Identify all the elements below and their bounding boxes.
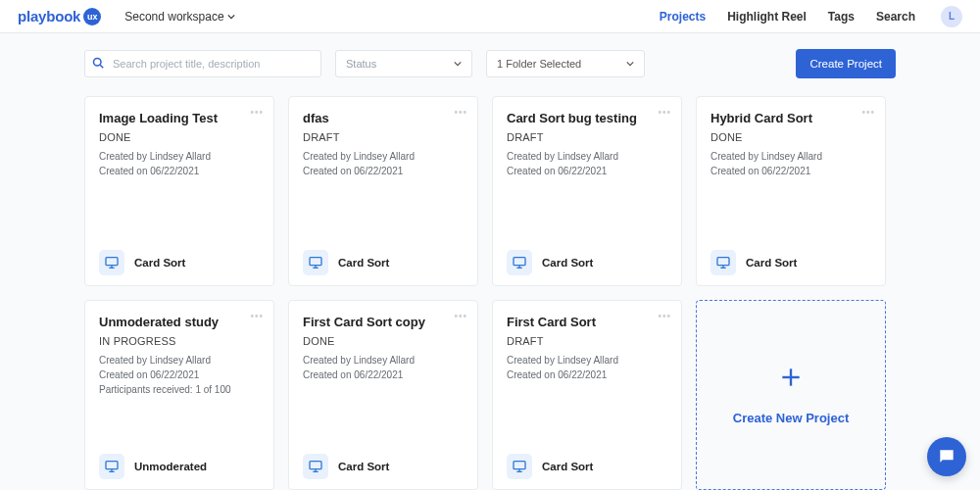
brand-name: playbook	[18, 8, 80, 24]
folder-select[interactable]: 1 Folder Selected	[486, 50, 645, 77]
projects-grid: •••Image Loading TestDONECreated by Lind…	[84, 96, 896, 490]
create-project-button[interactable]: Create Project	[796, 49, 896, 78]
created-by: Created by Lindsey Allard	[507, 149, 667, 164]
project-meta: Created by Lindsey AllardCreated on 06/2…	[303, 353, 464, 382]
project-meta: Created by Lindsey AllardCreated on 06/2…	[99, 353, 260, 397]
project-status: DONE	[303, 335, 464, 347]
chevron-down-icon	[454, 60, 462, 68]
search-input[interactable]	[84, 50, 321, 77]
chevron-down-icon	[227, 13, 235, 21]
card-footer: Card Sort	[710, 250, 871, 275]
chat-fab[interactable]	[927, 437, 966, 476]
chevron-down-icon	[626, 60, 634, 68]
plus-icon	[778, 365, 804, 393]
nav-projects[interactable]: Projects	[660, 10, 706, 24]
chat-icon	[937, 447, 956, 466]
status-select[interactable]: Status	[335, 50, 472, 77]
user-avatar[interactable]: L	[941, 6, 962, 27]
workspace-label: Second workspace	[124, 10, 223, 24]
project-type: Card Sort	[338, 461, 389, 472]
svg-rect-17	[310, 462, 321, 469]
project-type: Card Sort	[542, 461, 593, 472]
card-footer: Card Sort	[303, 454, 464, 479]
monitor-icon	[303, 250, 328, 275]
project-status: IN PROGRESS	[99, 335, 260, 347]
card-menu-icon[interactable]: •••	[454, 311, 467, 321]
nav-right: Projects Highlight Reel Tags Search L	[660, 6, 962, 27]
svg-rect-8	[514, 258, 525, 266]
project-card[interactable]: •••Unmoderated studyIN PROGRESSCreated b…	[84, 300, 274, 490]
project-title: dfas	[303, 111, 464, 125]
svg-rect-20	[514, 462, 525, 469]
nav-search[interactable]: Search	[876, 10, 915, 24]
project-card[interactable]: •••Image Loading TestDONECreated by Lind…	[84, 96, 274, 286]
project-meta: Created by Lindsey AllardCreated on 06/2…	[710, 149, 871, 178]
project-card[interactable]: •••Hybrid Card SortDONECreated by Lindse…	[696, 96, 886, 286]
create-new-project-label: Create New Project	[733, 411, 850, 425]
project-status: DONE	[710, 131, 871, 143]
project-status: DRAFT	[507, 131, 667, 143]
project-status: DRAFT	[303, 131, 464, 143]
project-title: Card Sort bug testing	[507, 111, 667, 125]
monitor-icon	[99, 250, 124, 275]
svg-rect-5	[310, 258, 321, 266]
monitor-icon	[507, 250, 532, 275]
created-on: Created on 06/22/2021	[710, 164, 871, 178]
project-status: DRAFT	[507, 335, 667, 347]
card-menu-icon[interactable]: •••	[658, 107, 671, 118]
created-by: Created by Lindsey Allard	[507, 353, 667, 368]
created-on: Created on 06/22/2021	[303, 164, 464, 178]
project-title: Unmoderated study	[99, 315, 260, 329]
project-type: Card Sort	[746, 257, 797, 269]
nav-tags[interactable]: Tags	[828, 10, 855, 24]
card-footer: Card Sort	[303, 250, 464, 275]
card-menu-icon[interactable]: •••	[250, 311, 264, 321]
workspace-selector[interactable]: Second workspace	[124, 10, 234, 24]
svg-rect-14	[106, 462, 118, 469]
created-by: Created by Lindsey Allard	[303, 353, 464, 368]
project-status: DONE	[99, 131, 260, 143]
participants-info: Participants received: 1 of 100	[99, 382, 260, 397]
project-meta: Created by Lindsey AllardCreated on 06/2…	[303, 149, 464, 178]
created-on: Created on 06/22/2021	[507, 368, 667, 382]
project-meta: Created by Lindsey AllardCreated on 06/2…	[99, 149, 260, 178]
created-by: Created by Lindsey Allard	[710, 149, 871, 164]
project-title: First Card Sort	[507, 315, 667, 329]
svg-rect-2	[106, 258, 118, 266]
project-type: Card Sort	[542, 257, 593, 269]
search-box	[84, 50, 321, 77]
svg-line-1	[100, 65, 103, 68]
nav-highlight-reel[interactable]: Highlight Reel	[727, 10, 807, 24]
card-menu-icon[interactable]: •••	[658, 311, 671, 321]
controls-row: Status 1 Folder Selected Create Project	[84, 49, 896, 78]
card-menu-icon[interactable]: •••	[454, 107, 467, 118]
svg-rect-11	[717, 258, 729, 266]
project-card[interactable]: •••Card Sort bug testingDRAFTCreated by …	[492, 96, 682, 286]
project-card[interactable]: •••First Card SortDRAFTCreated by Lindse…	[492, 300, 682, 490]
project-card[interactable]: •••First Card Sort copyDONECreated by Li…	[288, 300, 478, 490]
monitor-icon	[710, 250, 736, 275]
created-on: Created on 06/22/2021	[507, 164, 667, 178]
project-title: Hybrid Card Sort	[710, 111, 871, 125]
project-type: Unmoderated	[134, 461, 207, 472]
created-on: Created on 06/22/2021	[303, 368, 464, 382]
search-icon	[92, 57, 104, 72]
card-footer: Unmoderated	[99, 454, 260, 479]
brand-badge: ux	[83, 8, 101, 25]
project-type: Card Sort	[338, 257, 389, 269]
top-nav: playbook ux Second workspace Projects Hi…	[0, 0, 980, 33]
card-menu-icon[interactable]: •••	[250, 107, 264, 118]
card-menu-icon[interactable]: •••	[861, 107, 875, 118]
project-card[interactable]: •••dfasDRAFTCreated by Lindsey AllardCre…	[288, 96, 478, 286]
created-on: Created on 06/22/2021	[99, 164, 260, 178]
monitor-icon	[99, 454, 124, 479]
create-new-project-card[interactable]: Create New Project	[696, 300, 886, 490]
created-by: Created by Lindsey Allard	[99, 149, 260, 164]
project-title: Image Loading Test	[99, 111, 260, 125]
status-select-label: Status	[346, 58, 376, 70]
project-meta: Created by Lindsey AllardCreated on 06/2…	[507, 149, 667, 178]
card-footer: Card Sort	[507, 454, 667, 479]
created-by: Created by Lindsey Allard	[99, 353, 260, 368]
card-footer: Card Sort	[507, 250, 667, 275]
brand-logo[interactable]: playbook ux	[18, 8, 101, 25]
